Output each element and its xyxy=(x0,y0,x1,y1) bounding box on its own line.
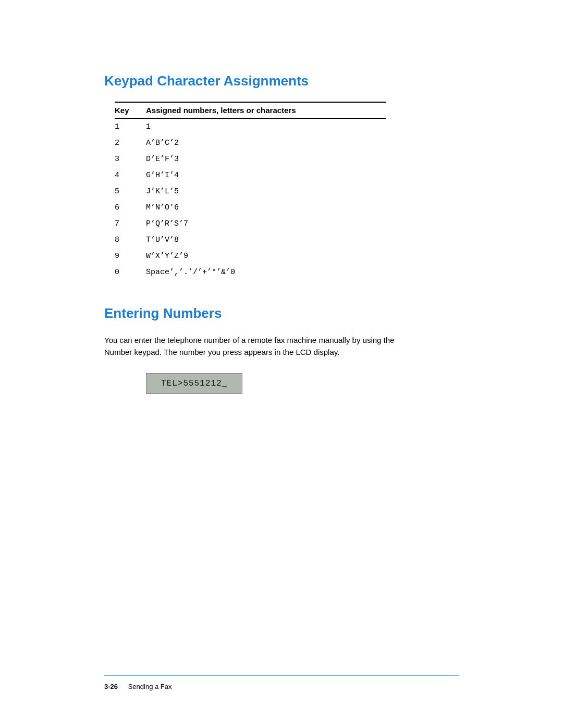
table-cell-chars: D’E’F’3 xyxy=(146,151,386,167)
keypad-section-title: Keypad Character Assignments xyxy=(104,73,459,89)
table-row: 9W’X’Y’Z’9 xyxy=(115,248,386,264)
footer-page-number: 3-26 xyxy=(104,683,118,690)
table-cell-chars: M’N’O’6 xyxy=(146,200,386,216)
table-cell-chars: T’U’V’8 xyxy=(146,232,386,248)
table-cell-key: 0 xyxy=(115,264,146,280)
table-cell-chars: 1 xyxy=(146,118,386,135)
table-row: 8T’U’V’8 xyxy=(115,232,386,248)
table-cell-chars: G’H’I’4 xyxy=(146,167,386,183)
table-row: 5J’K’L’5 xyxy=(115,183,386,200)
table-cell-chars: P’Q’R’S’7 xyxy=(146,216,386,232)
table-row: 3D’E’F’3 xyxy=(115,151,386,167)
table-row: 2A’B’C’2 xyxy=(115,135,386,151)
keypad-table: Key Assigned numbers, letters or charact… xyxy=(115,102,386,280)
table-cell-key: 1 xyxy=(115,118,146,135)
col-chars-header: Assigned numbers, letters or characters xyxy=(146,102,386,118)
table-row: 7P’Q’R’S’7 xyxy=(115,216,386,232)
table-header-row: Key Assigned numbers, letters or charact… xyxy=(115,102,386,118)
entering-numbers-title: Entering Numbers xyxy=(104,305,459,322)
footer: 3-26 Sending a Fax xyxy=(104,683,172,690)
table-cell-key: 4 xyxy=(115,167,146,183)
entering-numbers-body: You can enter the telephone number of a … xyxy=(104,334,417,359)
footer-rule xyxy=(104,675,459,676)
table-cell-chars: W’X’Y’Z’9 xyxy=(146,248,386,264)
footer-section-label: Sending a Fax xyxy=(128,683,172,690)
table-cell-key: 8 xyxy=(115,232,146,248)
col-key-header: Key xyxy=(115,102,146,118)
table-cell-key: 2 xyxy=(115,135,146,151)
lcd-display: TEL>5551212_ xyxy=(146,373,242,394)
table-cell-chars: J’K’L’5 xyxy=(146,183,386,200)
table-row: 4G’H’I’4 xyxy=(115,167,386,183)
table-row: 6M’N’O’6 xyxy=(115,200,386,216)
table-row: 11 xyxy=(115,118,386,135)
page: Keypad Character Assignments Key Assigne… xyxy=(0,0,563,728)
entering-numbers-section: Entering Numbers You can enter the telep… xyxy=(104,305,459,394)
table-row: 0Space’,’.’/’+’*’&’0 xyxy=(115,264,386,280)
keypad-section: Keypad Character Assignments Key Assigne… xyxy=(104,73,459,280)
table-cell-key: 9 xyxy=(115,248,146,264)
table-cell-chars: Space’,’.’/’+’*’&’0 xyxy=(146,264,386,280)
table-cell-key: 7 xyxy=(115,216,146,232)
table-cell-chars: A’B’C’2 xyxy=(146,135,386,151)
table-cell-key: 5 xyxy=(115,183,146,200)
table-cell-key: 6 xyxy=(115,200,146,216)
table-cell-key: 3 xyxy=(115,151,146,167)
